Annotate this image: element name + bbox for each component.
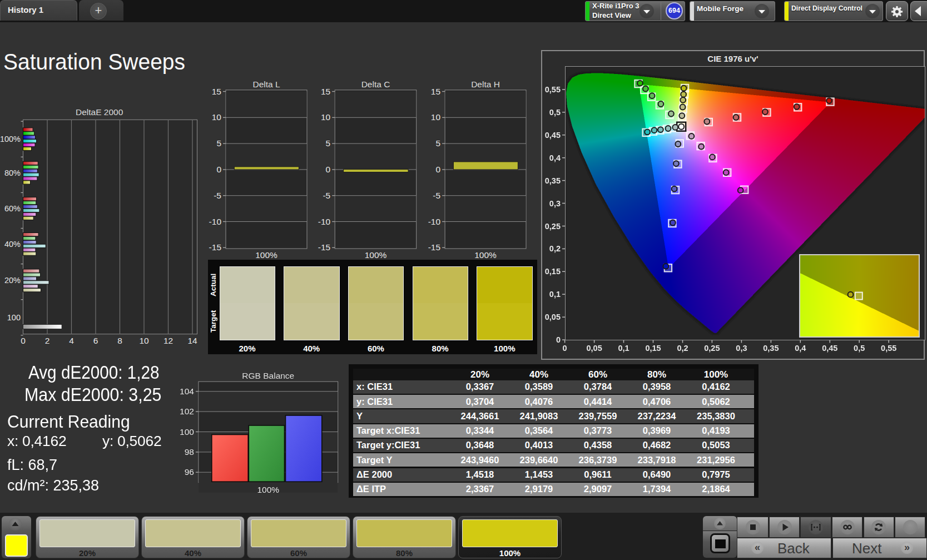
svg-text:104: 104 <box>180 386 194 396</box>
svg-text:96: 96 <box>185 467 194 477</box>
svg-text:102: 102 <box>180 407 194 416</box>
svg-text:100: 100 <box>180 427 194 437</box>
svg-text:98: 98 <box>185 447 194 457</box>
svg-text:RGB Balance: RGB Balance <box>242 371 294 380</box>
svg-text:100%: 100% <box>257 485 279 494</box>
